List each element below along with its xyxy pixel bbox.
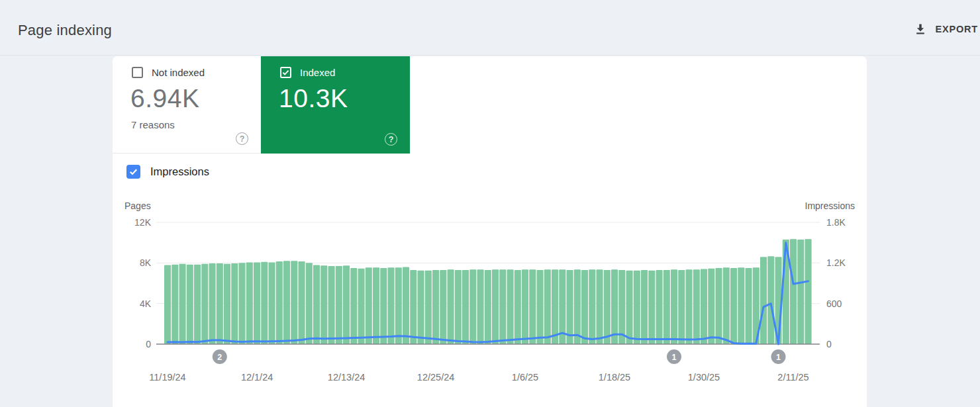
- indexed-pages-bar[interactable]: [790, 239, 797, 344]
- indexed-pages-bar[interactable]: [328, 266, 335, 344]
- indexed-pages-bar[interactable]: [380, 268, 387, 344]
- indexed-pages-bar[interactable]: [701, 269, 707, 344]
- indexed-pages-bar[interactable]: [678, 270, 685, 344]
- indexed-pages-bar[interactable]: [716, 268, 722, 344]
- indexed-pages-bar[interactable]: [350, 268, 357, 344]
- indexed-pages-bar[interactable]: [164, 265, 171, 344]
- left-axis-tick: 12K: [134, 217, 152, 228]
- indexed-pages-bar[interactable]: [738, 267, 744, 344]
- indexed-card[interactable]: Indexed 10.3K ?: [261, 56, 410, 154]
- indexed-pages-bar[interactable]: [388, 267, 395, 344]
- indexed-pages-bar[interactable]: [514, 270, 521, 344]
- indexed-pages-bar[interactable]: [261, 262, 268, 344]
- indexed-pages-bar[interactable]: [477, 269, 484, 344]
- indexed-pages-bar[interactable]: [760, 257, 767, 344]
- not-indexed-reasons: 7 reasons: [131, 119, 175, 130]
- annotation-marker-count: 2: [217, 353, 222, 362]
- indexed-pages-bar[interactable]: [373, 267, 379, 344]
- indexed-pages-bar[interactable]: [618, 270, 625, 344]
- indexed-pages-bar[interactable]: [440, 270, 446, 344]
- indexed-pages-bar[interactable]: [537, 270, 544, 344]
- indexed-pages-bar[interactable]: [492, 269, 499, 344]
- right-axis-tick: 1.2K: [826, 257, 846, 268]
- x-axis-date-label: 11/19/24: [149, 372, 185, 383]
- indexed-pages-bar[interactable]: [425, 271, 432, 344]
- indexed-pages-bar[interactable]: [418, 271, 424, 344]
- indexed-pages-bar[interactable]: [462, 270, 469, 344]
- right-axis-tick: 600: [826, 298, 842, 309]
- indexed-pages-bar[interactable]: [552, 269, 558, 344]
- indexed-pages-bar[interactable]: [343, 265, 350, 344]
- indexed-pages-bar[interactable]: [634, 271, 640, 344]
- export-button[interactable]: EXPORT: [914, 20, 978, 38]
- pages-impressions-chart: PagesImpressions12K8K4K01.8K1.2K600011/1…: [113, 199, 867, 407]
- indexed-pages-bar[interactable]: [499, 269, 506, 344]
- indexed-pages-bar[interactable]: [656, 270, 663, 344]
- indexed-pages-bar[interactable]: [239, 263, 246, 344]
- indexed-pages-bar[interactable]: [589, 269, 595, 344]
- indexed-pages-bar[interactable]: [187, 265, 193, 344]
- indexed-pages-bar[interactable]: [395, 267, 402, 344]
- indexed-pages-bar[interactable]: [358, 269, 365, 344]
- indexed-pages-bar[interactable]: [567, 270, 573, 344]
- indexed-pages-bar[interactable]: [648, 271, 655, 344]
- indexed-pages-bar[interactable]: [522, 269, 528, 344]
- indexed-pages-bar[interactable]: [730, 268, 737, 344]
- indexed-pages-bar[interactable]: [291, 261, 297, 344]
- indexed-pages-bar[interactable]: [597, 269, 603, 344]
- indexed-pages-bar[interactable]: [611, 269, 618, 344]
- indexed-pages-bar[interactable]: [746, 268, 752, 344]
- indexed-pages-bar[interactable]: [209, 263, 216, 344]
- indexed-pages-bar[interactable]: [299, 261, 305, 344]
- indexed-pages-bar[interactable]: [179, 264, 186, 344]
- indexed-pages-bar[interactable]: [254, 263, 260, 344]
- indexed-pages-bar[interactable]: [194, 265, 201, 344]
- indexed-pages-bar[interactable]: [306, 263, 313, 344]
- indexed-pages-bar[interactable]: [366, 267, 372, 344]
- not-indexed-checkbox[interactable]: [132, 67, 143, 78]
- indexed-pages-bar[interactable]: [626, 271, 633, 344]
- indexed-pages-bar[interactable]: [201, 264, 208, 344]
- indexed-pages-bar[interactable]: [604, 270, 611, 344]
- indexed-pages-bar[interactable]: [767, 256, 774, 344]
- not-indexed-card[interactable]: Not indexed 6.94K 7 reasons ?: [113, 56, 261, 154]
- indexed-pages-bar[interactable]: [469, 269, 476, 344]
- indexed-pages-bar[interactable]: [671, 269, 677, 344]
- indexed-pages-bar[interactable]: [574, 269, 581, 344]
- indexed-pages-bar[interactable]: [641, 270, 648, 344]
- indexed-pages-bar[interactable]: [797, 240, 804, 344]
- indexed-pages-bar[interactable]: [581, 270, 588, 344]
- indexed-pages-bar[interactable]: [507, 269, 514, 344]
- impressions-checkbox[interactable]: [126, 165, 140, 179]
- indexed-pages-bar[interactable]: [172, 265, 178, 344]
- indexed-pages-bar[interactable]: [276, 261, 283, 344]
- indexed-pages-bar[interactable]: [663, 270, 670, 344]
- indexed-pages-bar[interactable]: [686, 269, 693, 344]
- indexed-pages-bar[interactable]: [708, 269, 714, 344]
- page-header: Page indexing EXPORT: [0, 0, 980, 56]
- indexed-pages-bar[interactable]: [723, 267, 730, 344]
- indexed-pages-bar[interactable]: [403, 267, 409, 344]
- download-icon: [914, 23, 927, 36]
- indexed-pages-bar[interactable]: [336, 266, 342, 344]
- indexed-pages-bar[interactable]: [693, 269, 700, 344]
- indexed-pages-bar[interactable]: [283, 261, 290, 344]
- indexed-pages-bar[interactable]: [313, 265, 320, 344]
- help-icon[interactable]: ?: [385, 133, 397, 146]
- indexed-pages-bar[interactable]: [432, 270, 439, 344]
- indexed-checkbox[interactable]: [280, 67, 291, 78]
- indexed-pages-bar[interactable]: [269, 263, 275, 344]
- indexed-pages-bar[interactable]: [448, 269, 454, 344]
- indexed-pages-bar[interactable]: [544, 269, 551, 344]
- help-icon[interactable]: ?: [236, 132, 248, 145]
- indexed-pages-bar[interactable]: [485, 270, 491, 344]
- indexed-pages-bar[interactable]: [320, 265, 327, 344]
- indexed-pages-bar[interactable]: [455, 270, 462, 344]
- indexed-pages-bar[interactable]: [224, 264, 230, 344]
- indexed-pages-bar[interactable]: [410, 270, 416, 344]
- indexed-pages-bar[interactable]: [217, 263, 223, 344]
- indexed-pages-bar[interactable]: [231, 263, 238, 344]
- indexed-pages-bar[interactable]: [529, 269, 536, 344]
- indexed-pages-bar[interactable]: [246, 263, 253, 344]
- indexed-pages-bar[interactable]: [805, 239, 812, 344]
